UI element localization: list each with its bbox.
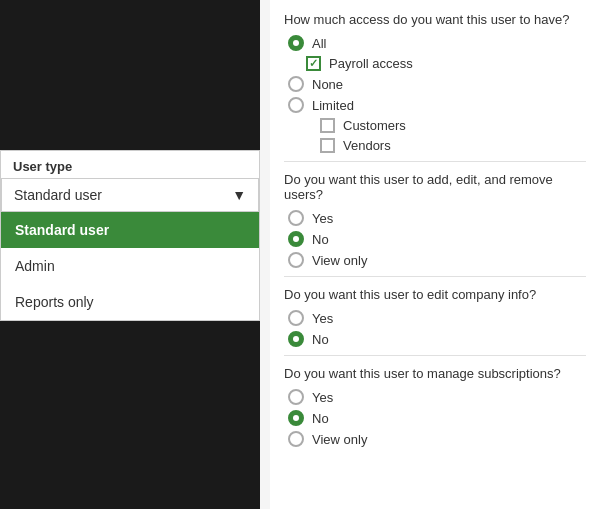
option-limited[interactable]: Limited	[284, 97, 586, 113]
user-type-dropdown[interactable]: Standard user ▼	[1, 178, 259, 212]
checkbox-payroll-access	[306, 56, 321, 71]
radio-company-yes	[288, 310, 304, 326]
radio-users-no	[288, 231, 304, 247]
option-payroll-access-label: Payroll access	[329, 56, 413, 71]
divider-2	[284, 276, 586, 277]
option-users-viewonly[interactable]: View only	[284, 252, 586, 268]
option-none[interactable]: None	[284, 76, 586, 92]
option-customers[interactable]: Customers	[284, 118, 586, 133]
option-company-no-label: No	[312, 332, 329, 347]
option-none-label: None	[312, 77, 343, 92]
radio-users-viewonly	[288, 252, 304, 268]
option-subs-yes[interactable]: Yes	[284, 389, 586, 405]
user-type-label: User type	[1, 151, 259, 178]
option-vendors[interactable]: Vendors	[284, 138, 586, 153]
right-panel: How much access do you want this user to…	[270, 0, 600, 509]
chevron-down-icon: ▼	[232, 187, 246, 203]
option-users-yes[interactable]: Yes	[284, 210, 586, 226]
dropdown-list: Standard user Admin Reports only	[1, 212, 259, 320]
option-vendors-label: Vendors	[343, 138, 391, 153]
option-payroll-access[interactable]: Payroll access	[284, 56, 586, 71]
option-all[interactable]: All	[284, 35, 586, 51]
option-company-yes-label: Yes	[312, 311, 333, 326]
section1-question: How much access do you want this user to…	[284, 12, 586, 27]
option-limited-label: Limited	[312, 98, 354, 113]
divider-1	[284, 161, 586, 162]
dropdown-item-admin[interactable]: Admin	[1, 248, 259, 284]
option-all-label: All	[312, 36, 326, 51]
option-users-no-label: No	[312, 232, 329, 247]
dropdown-item-reports-only[interactable]: Reports only	[1, 284, 259, 320]
dropdown-value: Standard user	[14, 187, 102, 203]
option-users-no[interactable]: No	[284, 231, 586, 247]
option-subs-viewonly-label: View only	[312, 432, 367, 447]
radio-subs-yes	[288, 389, 304, 405]
option-subs-no[interactable]: No	[284, 410, 586, 426]
option-users-yes-label: Yes	[312, 211, 333, 226]
radio-none	[288, 76, 304, 92]
radio-subs-no	[288, 410, 304, 426]
radio-company-no	[288, 331, 304, 347]
option-customers-label: Customers	[343, 118, 406, 133]
left-panel: User type Standard user ▼ Standard user …	[0, 150, 260, 321]
radio-limited	[288, 97, 304, 113]
option-subs-yes-label: Yes	[312, 390, 333, 405]
option-company-no[interactable]: No	[284, 331, 586, 347]
radio-users-yes	[288, 210, 304, 226]
section3-question: Do you want this user to edit company in…	[284, 287, 586, 302]
section4-question: Do you want this user to manage subscrip…	[284, 366, 586, 381]
dropdown-item-standard-user[interactable]: Standard user	[1, 212, 259, 248]
checkbox-vendors	[320, 138, 335, 153]
option-subs-no-label: No	[312, 411, 329, 426]
option-company-yes[interactable]: Yes	[284, 310, 586, 326]
option-users-viewonly-label: View only	[312, 253, 367, 268]
radio-subs-viewonly	[288, 431, 304, 447]
checkbox-customers	[320, 118, 335, 133]
divider-3	[284, 355, 586, 356]
section2-question: Do you want this user to add, edit, and …	[284, 172, 586, 202]
option-subs-viewonly[interactable]: View only	[284, 431, 586, 447]
radio-all	[288, 35, 304, 51]
